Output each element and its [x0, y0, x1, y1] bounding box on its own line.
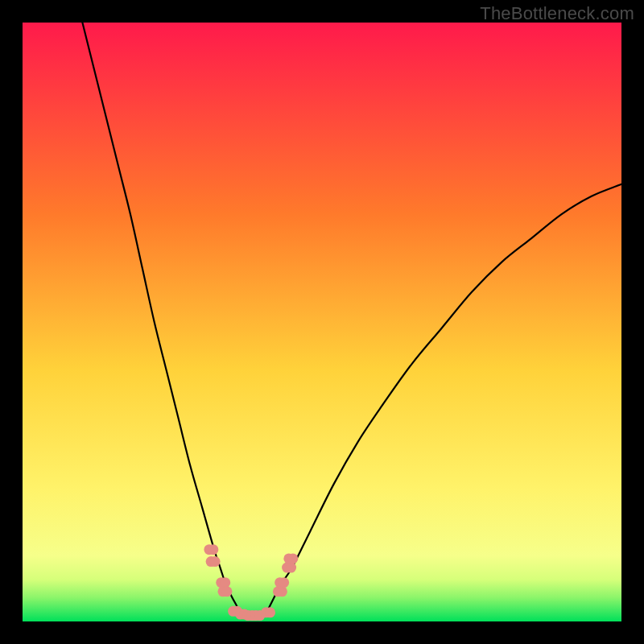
- plot-area: [23, 23, 621, 621]
- data-marker: [216, 577, 230, 588]
- data-marker: [206, 556, 221, 567]
- svg-point-17: [265, 607, 275, 617]
- svg-point-19: [277, 586, 287, 597]
- chart-frame: TheBottleneck.com: [0, 0, 644, 644]
- svg-point-21: [279, 577, 289, 588]
- svg-point-7: [221, 586, 232, 597]
- svg-point-5: [220, 577, 230, 588]
- svg-point-25: [287, 553, 298, 564]
- data-marker: [204, 544, 218, 555]
- data-marker: [273, 586, 287, 597]
- plot-svg: [23, 23, 621, 621]
- data-marker: [275, 577, 289, 588]
- watermark-text: TheBottleneck.com: [480, 3, 634, 24]
- data-marker: [217, 586, 232, 597]
- data-marker: [283, 553, 298, 564]
- svg-point-3: [210, 556, 221, 567]
- data-marker: [282, 563, 296, 573]
- svg-point-1: [208, 544, 218, 555]
- gradient-bg: [23, 23, 621, 621]
- data-marker: [261, 607, 275, 617]
- svg-point-23: [286, 563, 296, 573]
